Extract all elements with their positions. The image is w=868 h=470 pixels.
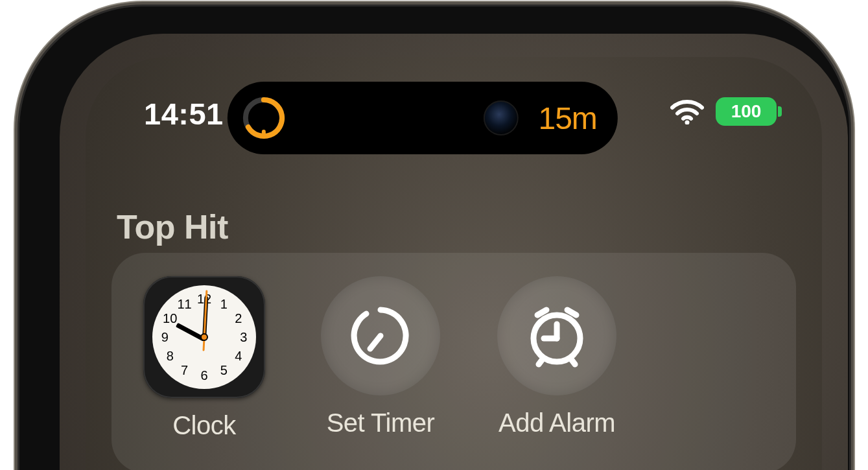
screen: 14:51 15m xyxy=(86,57,822,470)
device-frame: 14:51 15m xyxy=(19,6,849,470)
search-result-label: Set Timer xyxy=(327,408,435,438)
svg-line-8 xyxy=(571,359,575,364)
section-title-top-hit: Top Hit xyxy=(117,207,228,246)
svg-line-3 xyxy=(370,336,381,349)
clock-app-icon: 12 1 2 3 4 5 6 7 8 9 10 11 xyxy=(143,276,265,398)
battery-level-label: 100 xyxy=(731,101,762,122)
search-result-add-alarm[interactable]: Add Alarm xyxy=(495,276,618,438)
search-result-clock[interactable]: 12 1 2 3 4 5 6 7 8 9 10 11 xyxy=(143,276,266,440)
svg-point-2 xyxy=(685,121,690,125)
clock-face-icon: 12 1 2 3 4 5 6 7 8 9 10 11 xyxy=(152,285,256,389)
dynamic-island[interactable]: 15m xyxy=(228,82,618,154)
search-result-label: Clock xyxy=(172,411,236,440)
timer-progress-ring-icon xyxy=(242,96,286,140)
device-bezel: 14:51 15m xyxy=(60,34,848,470)
svg-line-7 xyxy=(539,359,543,364)
battery-indicator: 100 xyxy=(716,97,777,126)
search-result-set-timer[interactable]: Set Timer xyxy=(319,276,442,438)
top-hit-card: 12 1 2 3 4 5 6 7 8 9 10 11 xyxy=(111,253,796,470)
search-result-label: Add Alarm xyxy=(499,408,615,438)
wifi-icon xyxy=(670,99,704,124)
alarm-icon xyxy=(497,276,616,395)
status-time: 14:51 xyxy=(144,96,224,132)
timer-remaining-label: 15m xyxy=(538,100,596,136)
front-camera-icon xyxy=(484,100,519,135)
timer-icon xyxy=(321,276,440,395)
status-right-cluster: 100 xyxy=(670,97,777,126)
